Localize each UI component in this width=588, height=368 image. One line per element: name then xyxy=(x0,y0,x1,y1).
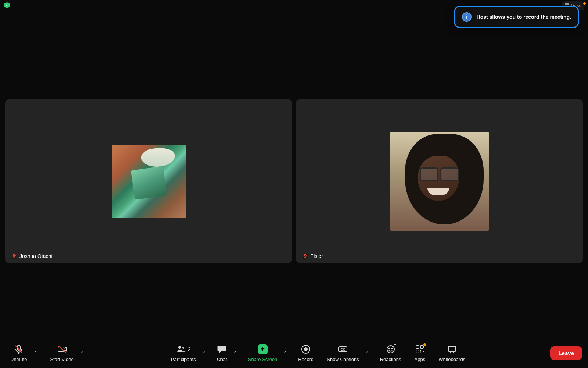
participant-tile[interactable]: Joshua Otachi xyxy=(5,99,292,263)
participants-options-caret[interactable]: ⌃ xyxy=(200,348,208,358)
chat-label: Chat xyxy=(217,357,227,362)
share-screen-icon xyxy=(258,344,268,354)
recording-permission-toast[interactable]: i Host allows you to record the meeting. xyxy=(454,6,579,28)
encryption-shield-icon[interactable] xyxy=(4,2,10,9)
reactions-label: Reactions xyxy=(380,357,401,362)
muted-mic-icon xyxy=(12,254,17,259)
svg-rect-0 xyxy=(565,3,567,5)
svg-point-10 xyxy=(182,347,184,349)
svg-text:CC: CC xyxy=(340,348,345,351)
camera-icon xyxy=(57,344,67,354)
name-tag: Joshua Otachi xyxy=(9,252,55,260)
start-video-button[interactable]: Start Video xyxy=(46,342,78,364)
meeting-toolbar: Unmute ⌃ Start Video ⌃ xyxy=(0,338,588,368)
show-captions-button[interactable]: CC Show Captions xyxy=(322,342,363,364)
whiteboards-label: Whiteboards xyxy=(438,357,465,362)
share-screen-button[interactable]: Share Screen xyxy=(244,342,282,364)
name-tag: Elsier xyxy=(300,252,326,260)
svg-rect-18 xyxy=(416,346,419,348)
participant-tile[interactable]: Elsier xyxy=(296,99,583,263)
plus-badge-icon: + xyxy=(393,343,397,347)
apps-badge-icon xyxy=(423,343,426,346)
microphone-icon xyxy=(14,344,24,354)
start-video-label: Start Video xyxy=(50,357,74,362)
info-icon: i xyxy=(462,12,472,22)
record-button[interactable]: Record xyxy=(294,342,318,364)
chat-button[interactable]: Chat xyxy=(212,342,232,364)
audio-options-caret[interactable]: ⌃ xyxy=(32,348,39,358)
participants-label: Participants xyxy=(171,357,196,362)
svg-point-9 xyxy=(178,346,181,349)
participants-icon xyxy=(176,344,186,354)
share-screen-label: Share Screen xyxy=(248,357,277,362)
svg-rect-19 xyxy=(420,346,423,348)
chat-options-caret[interactable]: ⌃ xyxy=(232,348,239,358)
participants-button[interactable]: 2 Participants xyxy=(166,342,200,364)
unmute-label: Unmute xyxy=(10,357,27,362)
share-options-caret[interactable]: ⌃ xyxy=(282,348,289,358)
captions-options-caret[interactable]: ⌃ xyxy=(363,348,371,358)
unmute-button[interactable]: Unmute xyxy=(6,342,32,364)
captions-label: Show Captions xyxy=(327,357,359,362)
svg-rect-22 xyxy=(448,346,456,351)
captions-icon: CC xyxy=(338,344,348,354)
whiteboard-icon xyxy=(447,344,457,354)
toast-message: Host allows you to record the meeting. xyxy=(477,14,571,20)
svg-point-16 xyxy=(388,348,389,348)
participant-name: Joshua Otachi xyxy=(19,253,53,259)
svg-rect-20 xyxy=(416,350,419,353)
avatar xyxy=(112,145,186,218)
whiteboards-button[interactable]: Whiteboards xyxy=(434,342,470,364)
chat-icon xyxy=(217,344,227,354)
svg-rect-1 xyxy=(567,3,569,5)
video-options-caret[interactable]: ⌃ xyxy=(78,348,86,358)
apps-button[interactable]: Apps xyxy=(410,342,430,364)
svg-point-17 xyxy=(391,348,392,348)
svg-point-15 xyxy=(387,346,394,353)
muted-mic-icon xyxy=(302,254,308,259)
reactions-button[interactable]: + Reactions xyxy=(376,342,406,364)
record-label: Record xyxy=(298,357,313,362)
participants-count: 2 xyxy=(188,346,191,352)
notification-dot-icon xyxy=(583,2,586,5)
apps-label: Apps xyxy=(415,357,426,362)
leave-button[interactable]: Leave xyxy=(550,346,582,360)
record-icon xyxy=(301,344,311,354)
avatar xyxy=(390,132,489,231)
svg-rect-21 xyxy=(420,350,423,353)
participant-name: Elsier xyxy=(310,253,323,259)
svg-point-12 xyxy=(304,347,308,351)
